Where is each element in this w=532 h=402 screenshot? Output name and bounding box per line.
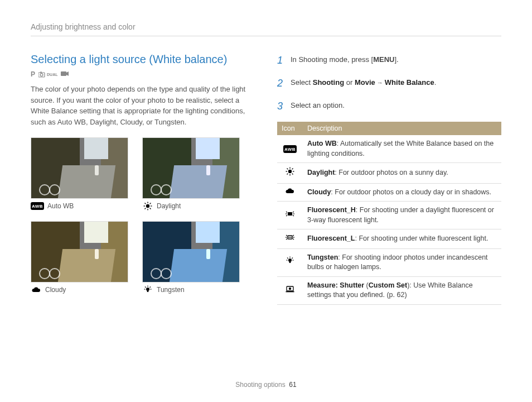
svg-point-52 — [289, 288, 291, 290]
thumb-daylight: Daylight — [142, 137, 240, 210]
sun-icon — [277, 163, 303, 184]
cloud-icon — [31, 286, 42, 294]
table-cell-desc: Cloudy: For outdoor photos on a cloudy d… — [303, 183, 501, 202]
table-cell-desc: Tungsten: For shooting indoor photos und… — [303, 248, 501, 276]
svg-line-27 — [287, 174, 288, 175]
svg-line-40 — [286, 235, 287, 236]
svg-line-50 — [292, 258, 293, 259]
bulb-icon — [142, 286, 153, 294]
step-number: 3 — [277, 99, 285, 114]
awb-icon: AWB — [31, 202, 44, 210]
cloud-icon — [277, 183, 303, 202]
svg-line-41 — [293, 235, 294, 236]
table-cell-desc: Auto WB: Automatically set the White Bal… — [303, 135, 501, 163]
thumb-label: Auto WB — [47, 202, 74, 210]
svg-line-26 — [292, 174, 293, 175]
svg-rect-29 — [288, 212, 292, 216]
svg-point-20 — [288, 170, 292, 173]
page-number: 61 — [289, 381, 296, 389]
thumb-auto-wb: AWB Auto WB — [31, 137, 128, 210]
svg-line-43 — [293, 239, 294, 240]
svg-rect-2 — [40, 71, 42, 73]
table-row: AWBAuto WB: Automatically set the White … — [277, 135, 501, 163]
table-cell-desc: Fluorescent_L: For shooting under white … — [303, 229, 501, 249]
steps-list: 1 In Shooting mode, press [MENU]. 2 Sele… — [277, 53, 501, 114]
table-cell-desc: Fluorescent_H: For shooting under a dayl… — [303, 202, 501, 229]
section-heading: Selecting a light source (White balance) — [31, 53, 255, 66]
svg-line-33 — [293, 212, 294, 213]
step-text: In Shooting mode, press [MENU]. — [291, 53, 501, 68]
awb-icon: AWB — [277, 135, 303, 163]
svg-rect-45 — [289, 262, 291, 264]
svg-point-13 — [146, 288, 149, 291]
table-row: Measure: Shutter (Custom Set): Use White… — [277, 276, 501, 304]
svg-line-32 — [286, 212, 287, 213]
fll-icon — [277, 229, 303, 249]
table-cell-desc: Measure: Shutter (Custom Set): Use White… — [303, 276, 501, 304]
thumb-image — [142, 221, 240, 283]
sun-icon — [142, 202, 153, 210]
step-text: Select an option. — [291, 99, 501, 114]
bulb-icon — [277, 248, 303, 276]
svg-line-34 — [286, 215, 287, 216]
svg-line-49 — [287, 258, 288, 259]
custom-icon — [277, 276, 303, 304]
svg-line-25 — [287, 169, 288, 170]
svg-rect-53 — [286, 291, 294, 293]
page-footer: Shooting options 61 — [0, 381, 532, 389]
svg-line-19 — [150, 287, 151, 288]
flh-icon — [277, 202, 303, 229]
mode-p-icon: P — [31, 70, 35, 78]
thumb-label: Daylight — [157, 202, 181, 210]
mode-icons: P DUAL — [31, 70, 255, 78]
mode-dual-icon: DUAL — [38, 71, 57, 78]
footer-section: Shooting options — [235, 381, 285, 389]
wb-options-table: Icon Description AWBAuto WB: Automatical… — [277, 122, 501, 305]
step-text: Select Shooting or Movie → White Balance… — [291, 76, 501, 91]
svg-rect-3 — [61, 71, 66, 76]
svg-point-4 — [146, 204, 149, 208]
step-number: 2 — [277, 76, 285, 91]
svg-line-18 — [145, 287, 146, 288]
table-cell-desc: Daylight: For outdoor photos on a sunny … — [303, 163, 501, 184]
thumb-cloudy: Cloudy — [31, 221, 128, 294]
svg-line-12 — [150, 203, 151, 204]
svg-line-42 — [286, 239, 287, 240]
thumb-label: Tungsten — [157, 286, 185, 294]
svg-line-9 — [145, 203, 146, 204]
table-row: Fluorescent_L: For shooting under white … — [277, 229, 501, 249]
svg-point-44 — [288, 259, 292, 262]
table-row: Fluorescent_H: For shooting under a dayl… — [277, 202, 501, 229]
svg-line-10 — [150, 208, 151, 209]
section-body: The color of your photo depends on the t… — [31, 84, 255, 127]
table-row: Daylight: For outdoor photos on a sunny … — [277, 163, 501, 184]
step-number: 1 — [277, 53, 285, 68]
svg-line-11 — [145, 208, 146, 209]
thumb-image — [31, 221, 128, 283]
thumb-label: Cloudy — [45, 286, 66, 294]
svg-line-28 — [292, 169, 293, 170]
page-header: Adjusting brightness and color — [31, 22, 501, 36]
svg-line-35 — [293, 215, 294, 216]
thumbnail-grid: AWB Auto WB Daylight — [31, 137, 255, 294]
menu-key: MENU — [373, 55, 394, 64]
left-column: Selecting a light source (White balance)… — [31, 53, 255, 305]
mode-movie-icon — [61, 70, 69, 78]
svg-rect-14 — [147, 291, 149, 293]
table-header-icon: Icon — [277, 122, 303, 135]
table-row: Cloudy: For outdoor photos on a cloudy d… — [277, 183, 501, 202]
right-column: 1 In Shooting mode, press [MENU]. 2 Sele… — [277, 53, 501, 305]
table-header-desc: Description — [303, 122, 501, 135]
thumb-image — [142, 137, 240, 199]
thumb-image — [31, 137, 128, 199]
svg-point-1 — [40, 73, 43, 76]
thumb-tungsten: Tungsten — [142, 221, 240, 294]
table-row: Tungsten: For shooting indoor photos und… — [277, 248, 501, 276]
